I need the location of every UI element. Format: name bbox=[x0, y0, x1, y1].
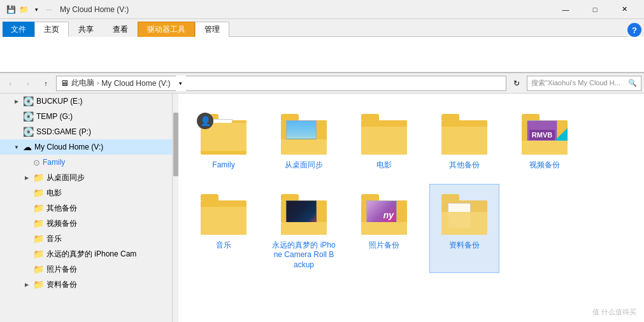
folder-grid-row1: 👤 Family bbox=[189, 104, 634, 174]
path-part-2[interactable]: My Cloud Home (V:) bbox=[101, 79, 170, 88]
folder-label-photo-backup: 照片备份 bbox=[369, 241, 399, 251]
sidebar-item-iphone-cam[interactable]: ▶ 📁 永远的真梦的 iPhone Cam bbox=[0, 246, 172, 262]
sidebar-label-family: Family bbox=[43, 158, 65, 167]
folder-label-other-backup: 其他备份 bbox=[449, 160, 480, 171]
share-folder-icon-family: ⊙ bbox=[33, 158, 40, 167]
sidebar-item-family[interactable]: ▶ ⊙ Family bbox=[0, 155, 172, 170]
folder-item-data-backup[interactable]: 资料备份 bbox=[429, 184, 499, 274]
expand-icon-desktop-sync[interactable]: ▶ bbox=[23, 174, 31, 181]
expand-icon-buckup[interactable]: ▶ bbox=[13, 97, 20, 105]
content-area: 👤 Family bbox=[178, 94, 644, 322]
folder-item-other-backup[interactable]: 其他备份 bbox=[429, 104, 499, 174]
sidebar-item-temp[interactable]: ▶ 💽 TEMP (G:) bbox=[0, 109, 172, 124]
pin-icon[interactable]: — bbox=[43, 4, 55, 15]
folder-icon-video-backup: 📁 bbox=[33, 218, 44, 228]
up-button[interactable]: ↑ bbox=[38, 76, 54, 91]
tab-home[interactable]: 主页 bbox=[34, 22, 69, 37]
folder-thumbnail-family: 👤 bbox=[195, 107, 252, 158]
sidebar-item-my-cloud-home[interactable]: ▼ ☁ My Cloud Home (V:) bbox=[0, 139, 172, 155]
tab-drive-tools[interactable]: 驱动器工具 bbox=[138, 22, 195, 37]
refresh-button[interactable]: ↻ bbox=[509, 76, 524, 91]
tab-view[interactable]: 查看 bbox=[103, 22, 138, 37]
tab-file[interactable]: 文件 bbox=[3, 22, 34, 37]
folder-item-video-backup[interactable]: RMVB 视频备份 bbox=[510, 104, 580, 174]
sidebar-label-other-backup: 其他备份 bbox=[47, 203, 77, 214]
ribbon-tabs: 文件 主页 共享 查看 驱动器工具 管理 ? bbox=[0, 19, 644, 37]
person-badge-family: 👤 bbox=[197, 113, 213, 129]
drive-icon-temp: 💽 bbox=[23, 111, 34, 122]
sidebar: ▶ 💽 BUCKUP (E:) ▶ 💽 TEMP (G:) ▶ 💽 SSD:GA… bbox=[0, 94, 172, 322]
folder-icon-desktop-sync: 📁 bbox=[33, 172, 44, 183]
watermark-text: 值 什么值得买 bbox=[592, 307, 636, 317]
ribbon: 文件 主页 共享 查看 驱动器工具 管理 ? bbox=[0, 19, 644, 73]
sidebar-scrollbar-thumb[interactable] bbox=[173, 113, 178, 176]
sidebar-item-video-backup[interactable]: ▶ 📁 视频备份 bbox=[0, 216, 172, 231]
search-icon[interactable]: 🔍 bbox=[628, 79, 637, 87]
help-button[interactable]: ? bbox=[627, 23, 641, 37]
folder-label-iphone: 永远的真梦的 iPhone Camera Roll Backup bbox=[272, 241, 336, 270]
expand-icon-cloud[interactable]: ▼ bbox=[13, 143, 20, 151]
sidebar-label-music: 音乐 bbox=[47, 234, 62, 244]
window-title: My Cloud Home (V:) bbox=[55, 5, 551, 14]
folder-item-desktop-sync[interactable]: 从桌面同步 bbox=[269, 104, 339, 174]
tab-manage[interactable]: 管理 bbox=[195, 22, 229, 37]
folder-item-movies[interactable]: 电影 bbox=[349, 104, 419, 174]
folder-icon-other-backup: 📁 bbox=[33, 203, 44, 213]
maximize-button[interactable]: □ bbox=[580, 0, 610, 19]
sidebar-item-ssd-game[interactable]: ▶ 💽 SSD:GAME (P:) bbox=[0, 124, 172, 139]
folder-thumbnail-desktop-sync bbox=[275, 107, 333, 158]
sidebar-item-photo-backup[interactable]: ▶ 📁 照片备份 bbox=[0, 262, 172, 277]
sidebar-item-movies[interactable]: ▶ 📁 电影 bbox=[0, 185, 172, 200]
sidebar-item-music[interactable]: ▶ 📁 音乐 bbox=[0, 231, 172, 246]
sidebar-label-ssd: SSD:GAME (P:) bbox=[36, 127, 91, 136]
title-bar-toolbar: 💾 📁 ▾ — bbox=[5, 4, 55, 15]
ribbon-content bbox=[0, 37, 644, 73]
expand-icon-data[interactable]: ▶ bbox=[23, 281, 31, 288]
folder-item-family[interactable]: 👤 Family bbox=[189, 104, 259, 174]
folder-item-photo-backup[interactable]: ny 照片备份 bbox=[349, 184, 419, 274]
sidebar-label-desktop-sync: 从桌面同步 bbox=[47, 172, 85, 183]
minimize-button[interactable]: — bbox=[551, 0, 580, 19]
folder-item-music[interactable]: 音乐 bbox=[189, 184, 259, 274]
save-icon[interactable]: 💾 bbox=[5, 4, 17, 15]
folder-label-music: 音乐 bbox=[216, 241, 231, 251]
folder-thumbnail-photo: ny bbox=[355, 187, 413, 238]
folder-thumbnail-music bbox=[195, 187, 252, 238]
sidebar-scrollbar[interactable] bbox=[172, 94, 178, 322]
sidebar-item-buckup[interactable]: ▶ 💽 BUCKUP (E:) bbox=[0, 94, 172, 109]
tab-share[interactable]: 共享 bbox=[69, 22, 103, 37]
sidebar-item-data-backup[interactable]: ▶ 📁 资料备份 bbox=[0, 277, 172, 292]
sidebar-label-iphone: 永远的真梦的 iPhone Cam bbox=[47, 249, 136, 260]
folder-thumbnail-data-backup bbox=[436, 187, 493, 238]
path-separator-1: › bbox=[97, 80, 99, 87]
title-bar: 💾 📁 ▾ — My Cloud Home (V:) — □ ✕ bbox=[0, 0, 644, 19]
sidebar-label-video-backup: 视频备份 bbox=[47, 218, 77, 229]
back-button[interactable]: ‹ bbox=[3, 76, 18, 91]
title-bar-buttons: — □ ✕ bbox=[551, 0, 639, 19]
folder-thumbnail-other-backup bbox=[436, 107, 493, 158]
sidebar-item-other-backup[interactable]: ▶ 📁 其他备份 bbox=[0, 200, 172, 216]
folder-label-family: Family bbox=[212, 160, 234, 171]
search-placeholder: 搜索"Xiaohui's My Cloud H... bbox=[531, 78, 626, 88]
sidebar-item-desktop-sync[interactable]: ▶ 📁 从桌面同步 bbox=[0, 170, 172, 185]
sidebar-label-photo: 照片备份 bbox=[47, 264, 77, 275]
folder-label-video-backup: 视频备份 bbox=[529, 160, 560, 171]
folder-icon[interactable]: 📁 bbox=[18, 4, 29, 15]
close-button[interactable]: ✕ bbox=[610, 0, 639, 19]
address-bar: ‹ › ↑ 🖥 此电脑 › My Cloud Home (V:) ▾ ↻ 搜索"… bbox=[0, 73, 644, 94]
sidebar-label-buckup: BUCKUP (E:) bbox=[36, 97, 82, 106]
drive-icon-buckup: 💽 bbox=[23, 96, 34, 106]
folder-item-iphone-cam[interactable]: 永远的真梦的 iPhone Camera Roll Backup bbox=[269, 184, 339, 274]
folder-thumbnail-iphone bbox=[275, 187, 333, 238]
folder-label-data-backup: 资料备份 bbox=[449, 241, 480, 251]
sidebar-label-data: 资料备份 bbox=[47, 279, 77, 290]
dropdown-arrow-icon[interactable]: ▾ bbox=[31, 4, 42, 15]
folder-icon-data: 📁 bbox=[33, 279, 44, 290]
sidebar-label-temp: TEMP (G:) bbox=[36, 112, 73, 121]
path-part-1[interactable]: 此电脑 bbox=[71, 78, 94, 88]
folder-thumbnail-video-backup: RMVB bbox=[516, 107, 573, 158]
search-box[interactable]: 搜索"Xiaohui's My Cloud H... 🔍 bbox=[527, 76, 641, 91]
address-input[interactable]: 🖥 此电脑 › My Cloud Home (V:) ▾ bbox=[56, 76, 506, 91]
forward-button[interactable]: › bbox=[20, 76, 36, 91]
path-dropdown-button[interactable]: ▾ bbox=[176, 76, 186, 91]
